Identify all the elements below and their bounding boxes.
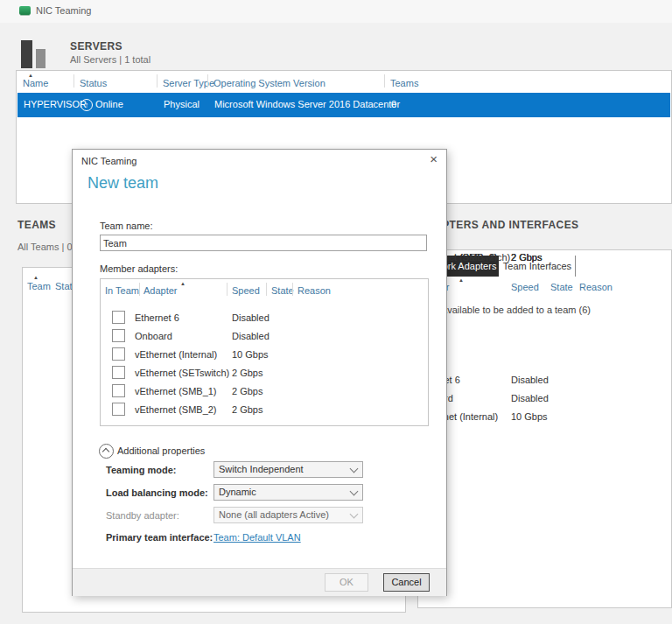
member-adapters-label: Member adapters: (100, 263, 178, 274)
member-col-in-team[interactable]: In Team (105, 285, 139, 296)
member-adapter-speed: Disabled (232, 312, 270, 323)
member-adapter-name: vEthernet (SETswitch) (135, 368, 229, 378)
dialog-title: NIC Teaming (81, 156, 136, 166)
team-name-input[interactable] (100, 235, 427, 251)
window-titlebar: NIC Teaming (0, 0, 672, 23)
member-adapter-speed: Disabled (232, 331, 270, 341)
load-balancing-mode-label: Load balancing mode: (106, 487, 208, 498)
member-adapter-speed: 10 Gbps (232, 349, 269, 360)
standby-adapter-select: None (all adapters Active) (214, 507, 363, 523)
servers-col-teams[interactable]: Teams (390, 78, 418, 88)
member-col-reason[interactable]: Reason (298, 285, 331, 296)
sort-asc-icon: ▲ (458, 277, 464, 283)
cancel-button[interactable]: Cancel (383, 573, 430, 592)
servers-col-status[interactable]: Status (80, 78, 107, 88)
standby-adapter-value: None (all adapters Active) (219, 509, 329, 520)
chevron-down-icon (350, 510, 359, 519)
adapter-speed: Disabled (511, 375, 549, 385)
member-adapter-row[interactable]: vEthernet (SETswitch) 2 Gbps (101, 365, 428, 383)
teams-heading: TEAMS (18, 219, 56, 231)
load-balancing-value: Dynamic (219, 487, 256, 497)
servers-subtitle: All Servers | 1 total (70, 54, 150, 65)
dialog-footer: OK Cancel (73, 568, 446, 596)
additional-properties-expander[interactable] (99, 444, 114, 459)
adapters-col-speed[interactable]: Speed (511, 282, 539, 292)
member-adapter-name: Onboard (135, 331, 172, 341)
member-adapter-name: vEthernet (SMB_2) (135, 404, 217, 415)
member-adapter-name: vEthernet (Internal) (135, 349, 217, 360)
server-online-icon: ↑ (80, 99, 93, 111)
member-col-adapter[interactable]: Adapter (144, 285, 178, 296)
teams-subtitle: All Teams | 0 (18, 242, 73, 252)
adapters-group-label: Available to be added to a team (6) (441, 305, 591, 315)
adapters-table: Network Adapters Team Interfaces ▲ Adapt… (417, 249, 672, 608)
team-name-label: Team name: (100, 221, 153, 231)
member-adapter-speed: 2 Gbps (232, 386, 262, 396)
load-balancing-mode-select[interactable]: Dynamic (214, 484, 363, 501)
teaming-mode-value: Switch Independent (219, 464, 304, 474)
in-team-checkbox[interactable] (112, 347, 125, 361)
teams-col-team[interactable]: Team (27, 281, 51, 291)
server-status: Online (95, 99, 123, 109)
ok-button: OK (325, 573, 368, 592)
member-adapter-row[interactable]: Onboard Disabled (101, 328, 428, 347)
teaming-mode-select[interactable]: Switch Independent (214, 461, 363, 478)
adapter-speed: Disabled (511, 393, 549, 403)
servers-tile-icon (36, 49, 46, 68)
dialog-heading: New team (88, 174, 158, 193)
new-team-dialog: NIC Teaming × New team Team name: Member… (72, 149, 447, 596)
server-row-hypervisor[interactable]: HYPERVISOR ↑ Online Physical Microsoft W… (18, 93, 670, 117)
chevron-down-icon (350, 487, 359, 496)
primary-team-interface-label: Primary team interface: (106, 532, 213, 543)
sort-asc-icon: ▲ (180, 281, 186, 286)
adapter-list-item[interactable]: Ethernet 6 Disabled (418, 373, 671, 391)
member-adapter-row[interactable]: vEthernet (Internal) 10 Gbps (101, 347, 428, 365)
primary-team-interface-link[interactable]: Team: Default VLAN (214, 532, 301, 543)
adapter-speed: 2 Gbps (511, 252, 542, 263)
member-adapter-speed: 2 Gbps (232, 404, 262, 415)
servers-tile-icon (21, 40, 32, 68)
adapter-speed: 10 Gbps (511, 411, 548, 422)
in-team-checkbox[interactable] (112, 311, 125, 324)
window-title: NIC Teaming (36, 5, 91, 16)
server-os-version: Microsoft Windows Server 2016 Datacenter (214, 99, 400, 109)
adapter-list-item[interactable]: vEthernet (SMB_2) 2 Gbps (418, 250, 671, 269)
adapter-list-item[interactable]: vEthernet (Internal) 10 Gbps (418, 410, 671, 428)
member-adapter-row[interactable]: vEthernet (SMB_2) 2 Gbps (101, 402, 428, 420)
member-adapter-name: vEthernet (SMB_1) (135, 386, 217, 396)
in-team-checkbox[interactable] (112, 366, 125, 379)
standby-adapter-label: Standby adapter: (106, 510, 179, 521)
adapters-col-state[interactable]: State (550, 282, 573, 292)
chevron-up-icon (102, 448, 109, 455)
server-name: HYPERVISOR (24, 99, 87, 109)
additional-properties-label: Additional properties (117, 445, 205, 456)
server-type: Physical (164, 99, 200, 109)
member-adapter-name: Ethernet 6 (135, 312, 179, 323)
chevron-down-icon (350, 465, 359, 473)
nic-teaming-app-icon (19, 6, 31, 15)
member-adapter-speed: 2 Gbps (232, 368, 262, 378)
adapters-col-reason[interactable]: Reason (579, 282, 612, 292)
sort-asc-icon: ▲ (33, 275, 38, 280)
member-col-state[interactable]: State (271, 285, 294, 296)
in-team-checkbox[interactable] (112, 329, 125, 342)
in-team-checkbox[interactable] (112, 403, 125, 416)
member-adapter-row[interactable]: Ethernet 6 Disabled (101, 310, 428, 328)
member-col-speed[interactable]: Speed (232, 285, 260, 296)
servers-heading: SERVERS (70, 40, 122, 53)
close-icon[interactable]: × (430, 151, 438, 166)
server-teams-count: 0 (391, 99, 396, 109)
member-adapters-table: In Team Adapter ▲ Speed State Reason Eth… (100, 278, 429, 426)
servers-col-os-version[interactable]: Operating System Version (214, 78, 326, 88)
servers-col-name[interactable]: Name (23, 78, 48, 88)
teaming-mode-label: Teaming mode: (106, 465, 176, 475)
member-adapter-row[interactable]: vEthernet (SMB_1) 2 Gbps (101, 383, 428, 402)
in-team-checkbox[interactable] (112, 384, 125, 397)
adapter-list-item[interactable]: Onboard Disabled (418, 391, 671, 410)
